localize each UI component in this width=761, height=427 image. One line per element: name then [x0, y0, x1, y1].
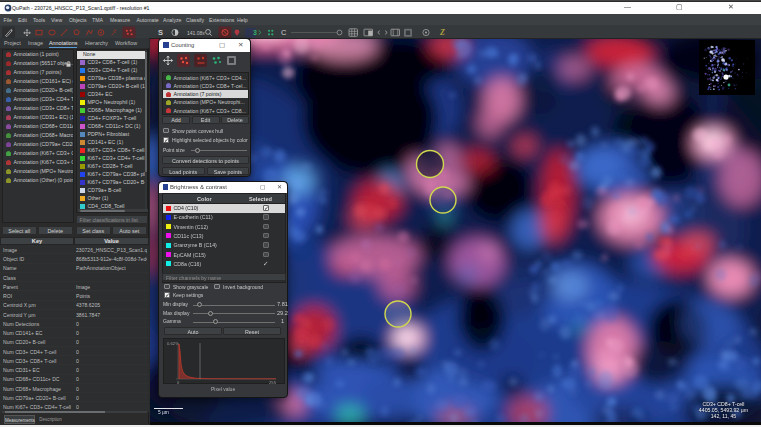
- svg-text:255: 255: [269, 380, 277, 385]
- svg-text:C: C: [281, 28, 287, 37]
- svg-text:141.08x: 141.08x: [187, 30, 205, 36]
- svg-text:0.62%: 0.62%: [167, 341, 179, 346]
- svg-text:3: 3: [253, 29, 257, 36]
- svg-text:0: 0: [177, 380, 180, 385]
- svg-text:S: S: [158, 28, 163, 37]
- svg-text:Z: Z: [439, 28, 445, 37]
